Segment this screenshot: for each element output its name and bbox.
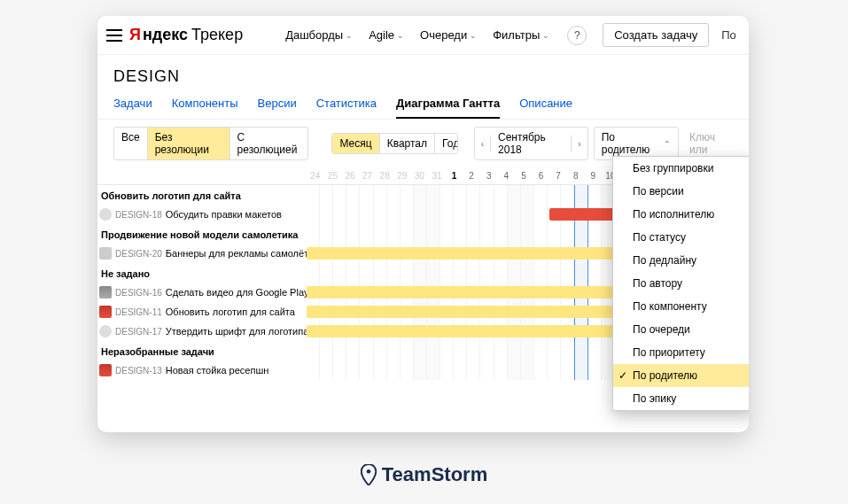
group-option[interactable]: По исполнителю	[613, 203, 749, 226]
group-by-dropdown: Без группировкиПо версииПо исполнителюПо…	[612, 156, 749, 411]
help-button[interactable]: ?	[567, 26, 587, 45]
task-key: DESIGN-17	[115, 327, 162, 337]
day-cell[interactable]: 28	[376, 167, 393, 184]
avatar	[99, 306, 112, 318]
day-cell[interactable]: 5	[515, 167, 533, 184]
chevron-down-icon: ⌄	[470, 31, 477, 40]
avatar	[99, 286, 112, 299]
footer-brand: TeamStorm	[0, 463, 848, 486]
period-quarter[interactable]: Квартал	[380, 134, 435, 153]
day-cell[interactable]: 9	[585, 167, 603, 184]
avatar	[99, 247, 112, 260]
group-option[interactable]: Без группировки	[613, 157, 749, 180]
day-cell[interactable]: 30	[411, 167, 429, 184]
day-cell[interactable]: 1	[446, 167, 463, 184]
resolution-all[interactable]: Все	[114, 128, 148, 159]
tabs: Задачи Компоненты Версии Статистика Диаг…	[97, 89, 749, 120]
app-window: Яндекс Трекер Дашборды ⌄ Agile ⌄ Очереди…	[97, 16, 749, 432]
truncated-text: По	[721, 28, 736, 42]
group-option[interactable]: По родителю	[613, 364, 749, 387]
tab-versions[interactable]: Версии	[258, 97, 297, 119]
chevron-down-icon: ⌄	[397, 31, 404, 40]
group-option[interactable]: По эпику	[613, 387, 749, 410]
day-cell[interactable]: 2	[463, 167, 480, 184]
project-title: DESIGN	[97, 55, 749, 89]
task-key: DESIGN-20	[115, 249, 162, 259]
search-input[interactable]: Ключ или	[689, 131, 733, 156]
chevron-up-icon: ⌄	[664, 139, 671, 148]
task-name: Новая стойка ресепшн	[166, 365, 269, 376]
logo-y: Я	[129, 26, 141, 44]
day-cell[interactable]: 25	[324, 167, 342, 184]
group-option[interactable]: По компоненту	[613, 295, 749, 318]
task-key: DESIGN-16	[115, 288, 162, 298]
pin-icon	[361, 464, 377, 485]
create-task-button[interactable]: Создать задачу	[603, 23, 709, 47]
group-option[interactable]: По очереди	[613, 318, 749, 341]
group-option[interactable]: По версии	[613, 180, 749, 203]
logo-andex: ндекс	[143, 26, 188, 44]
task-key: DESIGN-11	[115, 307, 162, 317]
avatar	[99, 208, 112, 221]
tab-stats[interactable]: Статистика	[316, 97, 377, 119]
task-name: Сделать видео для Google Play	[166, 287, 307, 298]
date-label[interactable]: Сентябрь 2018	[491, 128, 571, 159]
resolution-with[interactable]: С резолюцией	[230, 128, 308, 159]
svg-point-0	[367, 469, 371, 474]
task-name: Утвердить шрифт для логотипа	[166, 326, 307, 337]
menu-icon[interactable]	[106, 29, 122, 42]
group-option[interactable]: По дедлайну	[613, 249, 749, 272]
group-option[interactable]: По автору	[613, 272, 749, 295]
nav-agile[interactable]: Agile ⌄	[369, 28, 404, 42]
nav-dashboards[interactable]: Дашборды ⌄	[285, 28, 353, 42]
group-option[interactable]: По приоритету	[613, 341, 749, 364]
tab-description[interactable]: Описание	[519, 97, 572, 119]
day-cell[interactable]: 6	[533, 167, 550, 184]
group-option[interactable]: По статусу	[613, 226, 749, 249]
day-cell[interactable]: 3	[480, 167, 498, 184]
avatar	[99, 325, 112, 337]
footer-brand-text: TeamStorm	[382, 463, 487, 486]
day-cell[interactable]: 8	[567, 167, 585, 184]
chevron-down-icon: ⌄	[346, 31, 353, 40]
tab-components[interactable]: Компоненты	[172, 97, 238, 119]
resolution-none[interactable]: Без резолюции	[148, 128, 230, 159]
date-prev-button[interactable]: ‹	[475, 136, 491, 152]
logo[interactable]: Яндекс Трекер	[129, 26, 243, 44]
day-cell[interactable]: 7	[549, 167, 567, 184]
avatar	[99, 364, 112, 376]
period-month[interactable]: Месяц	[332, 134, 379, 153]
topbar: Яндекс Трекер Дашборды ⌄ Agile ⌄ Очереди…	[97, 16, 749, 55]
logo-tracker: Трекер	[191, 26, 243, 44]
task-key: DESIGN-13	[115, 366, 162, 376]
tab-gantt[interactable]: Диаграмма Гантта	[396, 97, 500, 119]
task-name: Баннеры для рекламы самолёти	[166, 248, 307, 259]
nav-filters[interactable]: Фильтры ⌄	[493, 28, 549, 42]
day-cell[interactable]: 29	[393, 167, 411, 184]
date-nav: ‹ Сентябрь 2018 ›	[474, 127, 588, 160]
period-segment: Месяц Квартал Год	[331, 133, 457, 154]
date-next-button[interactable]: ›	[571, 136, 587, 152]
task-name: Обсудить правки макетов	[166, 209, 282, 220]
task-key: DESIGN-18	[115, 210, 162, 220]
tab-tasks[interactable]: Задачи	[113, 97, 152, 119]
day-cell[interactable]: 27	[359, 167, 377, 184]
day-cell[interactable]: 4	[498, 167, 516, 184]
top-nav: Дашборды ⌄ Agile ⌄ Очереди ⌄ Фильтры ⌄	[285, 28, 549, 42]
day-cell[interactable]: 31	[428, 167, 446, 184]
resolution-segment: Все Без резолюции С резолюцией	[113, 127, 308, 160]
day-cell[interactable]: 26	[341, 167, 359, 184]
nav-queues[interactable]: Очереди ⌄	[420, 28, 477, 42]
period-year[interactable]: Год	[435, 134, 458, 153]
day-cell[interactable]: 24	[307, 167, 324, 184]
task-name: Обновить логотип для сайта	[166, 306, 295, 317]
chevron-down-icon: ⌄	[542, 31, 549, 40]
